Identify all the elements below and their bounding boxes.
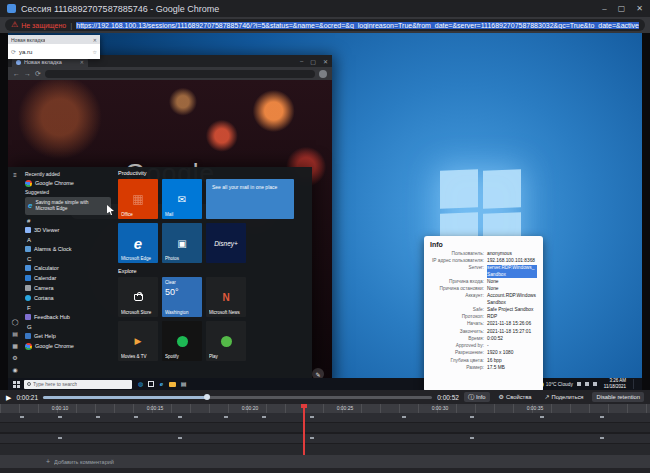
info-value: - (487, 343, 537, 349)
seek-slider[interactable] (43, 396, 432, 399)
info-value: 192.168.100.101:8368 (487, 258, 537, 264)
letter-group: # (25, 216, 111, 225)
xbox-play-icon (221, 336, 232, 347)
app-feedback-hub: Feedback Hub (25, 312, 111, 322)
info-value: Safe Project Sandbox (487, 307, 537, 313)
disable-retention-button[interactable]: Disable retention (592, 392, 644, 402)
remote-close-icon: ✕ (323, 58, 328, 65)
info-value: None (487, 279, 537, 285)
section-recently-added: Recently added (25, 170, 111, 178)
share-icon: ↗ (544, 394, 549, 400)
3d-viewer-icon (25, 227, 31, 233)
info-value: None (487, 286, 537, 292)
remote-omnibox (45, 70, 315, 78)
playback-controls: ▶ 0:00:21 0:00:52 ⓘ Info ⚙ Свойства ↗ По… (0, 390, 650, 404)
start-button-icon (10, 381, 23, 388)
volume-icon (585, 382, 589, 386)
notification-center-icon (633, 379, 640, 389)
bookmark-star-icon: ☆ (93, 49, 97, 55)
suggested-edge-item: e Saving made simple with Microsoft Edge (25, 197, 111, 215)
cortana-icon: ◍ (135, 381, 146, 387)
progress-thumb[interactable] (204, 394, 210, 400)
info-button[interactable]: ⓘ Info (464, 392, 490, 402)
event-track[interactable] (0, 444, 650, 455)
session-player-window: Сессия 1116892707587885746 - Google Chro… (0, 0, 650, 473)
start-menu: ≡ ◯ ▤ ▦ ⚙ ◉ Recently added Google Chrome… (8, 167, 312, 378)
remote-desktop-frame[interactable]: Новая вкладка ✕ – ▢ ✕ ← → ⟳ (8, 33, 642, 390)
taskbar-search-box: Type here to search (24, 380, 132, 389)
ruler-tick: 0:00:25 (337, 405, 354, 411)
timeline-ruler[interactable]: 0:00:10 0:00:15 0:00:20 0:00:25 0:00:30 … (0, 404, 650, 413)
remote-mini-window: Новая вкладка ✕ ⟳ ya.ru ☆ (8, 35, 100, 59)
security-warning-label[interactable]: Не защищено (21, 22, 66, 29)
back-icon: ← (13, 70, 20, 77)
tile-movies-tv: ▶ Movies & TV (118, 321, 158, 361)
tile-disney-plus: Disney+ (206, 223, 246, 263)
info-value: 17.5 МБ (487, 365, 537, 371)
tile-microsoft-store: Microsoft Store (118, 277, 158, 317)
remote-taskbar: Type here to search ◍ e ▤ ^ 10°C Cloudy (8, 378, 642, 390)
search-icon (27, 382, 31, 386)
ruler-tick: 0:00:30 (432, 405, 449, 411)
refresh-icon: ⟳ (35, 70, 41, 77)
url-text[interactable]: https://192.168.100.13/sessions/11168927… (76, 22, 639, 29)
session-info-panel: Info Пользователь:anonymous IP адрес пол… (424, 236, 543, 392)
progress-fill (43, 396, 206, 399)
ruler-tick: 0:00:15 (147, 405, 164, 411)
ruler-tick: 0:00:35 (527, 405, 544, 411)
play-button[interactable]: ▶ (6, 394, 11, 401)
start-app-list: Recently added Google Chrome Suggested e… (22, 167, 114, 378)
edge-taskbar-icon: e (156, 381, 167, 387)
store-bag-icon (134, 294, 143, 301)
network-icon (577, 382, 581, 386)
share-button[interactable]: ↗ Поделиться (540, 392, 587, 402)
timeline-playhead[interactable] (303, 404, 305, 455)
add-comment-icon: + (46, 458, 50, 465)
info-value: anonymous (487, 251, 537, 257)
settings-icon: ⚙ (12, 355, 17, 361)
app-calculator: Calculator (25, 263, 111, 273)
task-view-icon (148, 381, 154, 387)
remote-tab-close-icon: ✕ (80, 59, 84, 65)
letter-group: A (25, 235, 111, 244)
mini-url-text: ya.ru (19, 49, 32, 55)
window-title: Сессия 1116892707587885746 - Google Chro… (21, 4, 602, 14)
app-cortana: Cortana (25, 293, 111, 303)
remote-maximize-icon: ▢ (310, 58, 316, 65)
app-3d-viewer: 3D Viewer (25, 225, 111, 235)
address-bar: ⚠ Не защищено | https://192.168.100.13/s… (0, 17, 650, 33)
spotify-icon (177, 336, 188, 347)
minimize-button[interactable]: – (602, 5, 606, 13)
file-explorer-icon (169, 382, 176, 387)
cortana-icon (25, 295, 31, 301)
tile-office: ▦ Office (118, 179, 158, 219)
power-icon: ◉ (12, 367, 17, 373)
event-track[interactable] (0, 413, 650, 422)
app-google-chrome: Google Chrome (25, 341, 111, 351)
close-button[interactable]: ✕ (636, 5, 643, 13)
taskbar-clock: 3:26 AM 11/18/2021 (604, 378, 626, 389)
tile-spotify: Spotify (162, 321, 202, 361)
omnibox[interactable]: ⚠ Не защищено | https://192.168.100.13/s… (5, 19, 645, 31)
taskbar-weather: 10°C Cloudy (539, 382, 573, 387)
comment-row: + (0, 455, 650, 468)
store-taskbar-icon: ▤ (178, 381, 189, 387)
tiles-group-explore: Explore (118, 268, 308, 277)
event-track[interactable] (0, 434, 650, 443)
start-tiles: Productivity ▦ Office ✉ Mail See all you… (114, 167, 312, 378)
remote-profile-avatar (319, 70, 327, 78)
ruler-tick: 0:00:10 (52, 405, 69, 411)
app-get-help: Get Help (25, 331, 111, 341)
timeline-tracks (0, 413, 650, 455)
start-menu-rail: ≡ ◯ ▤ ▦ ⚙ ◉ (8, 167, 22, 378)
add-comment-input[interactable] (54, 459, 274, 465)
mini-window-tabbar: Новая вкладка ✕ (8, 35, 100, 44)
window-titlebar[interactable]: Сессия 1116892707587885746 - Google Chro… (0, 0, 650, 17)
event-track[interactable] (0, 423, 650, 432)
maximize-button[interactable]: ▢ (618, 5, 626, 13)
properties-button[interactable]: ⚙ Свойства (495, 392, 536, 402)
language-icon (593, 382, 597, 386)
hamburger-icon: ≡ (13, 172, 17, 178)
feedback-hub-icon (25, 314, 31, 320)
security-warning-icon[interactable]: ⚠ (11, 21, 18, 29)
